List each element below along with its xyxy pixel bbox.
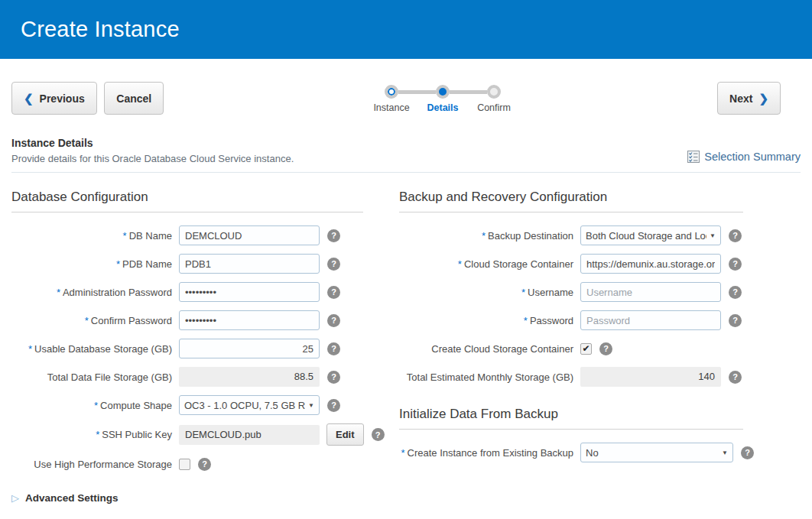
backup-configuration-section: Backup and Recovery Configuration *Backu…: [399, 183, 743, 474]
total-data-file-storage-label: Total Data File Storage (GB): [11, 371, 172, 383]
form-row-create-cloud-storage-container: Create Cloud Storage Container ✔ ?: [399, 339, 743, 358]
form-row-backup-destination: *Backup Destination Both Cloud Storage a…: [399, 225, 743, 245]
help-icon[interactable]: ?: [327, 371, 340, 384]
database-configuration-title: Database Configuration: [11, 190, 363, 212]
form-row-high-performance-storage: Use High Performance Storage ?: [11, 454, 363, 474]
wizard-step-instance[interactable]: Instance: [385, 85, 398, 99]
form-row-total-data-file-storage: Total Data File Storage (GB) 88.5 ?: [11, 367, 363, 387]
selection-summary-link[interactable]: Selection Summary: [687, 151, 801, 163]
high-performance-storage-checkbox[interactable]: [179, 459, 190, 470]
ssh-public-key-label: *SSH Public Key: [11, 429, 172, 440]
edit-ssh-key-button[interactable]: Edit: [326, 423, 364, 446]
help-icon[interactable]: ?: [729, 286, 742, 299]
create-cloud-storage-container-checkbox[interactable]: ✔: [580, 343, 592, 355]
step-label-confirm: Confirm: [477, 102, 511, 113]
page-title: Create Instance: [21, 17, 180, 42]
chevron-right-icon: ❯: [758, 92, 768, 105]
help-icon[interactable]: ?: [729, 258, 742, 271]
initialize-backup-title: Initialize Data From Backup: [399, 407, 743, 430]
advanced-settings-label: Advanced Settings: [25, 492, 119, 504]
form-row-create-from-existing-backup: *Create Instance from Existing Backup No…: [399, 443, 743, 462]
dropdown-arrow-icon: ▼: [722, 449, 728, 456]
step-connector: [398, 90, 436, 94]
help-icon[interactable]: ?: [729, 229, 742, 242]
help-icon[interactable]: ?: [327, 342, 340, 355]
section-subtitle: Provide details for this Oracle Database…: [11, 153, 294, 164]
next-button[interactable]: Next ❯: [717, 82, 781, 115]
help-icon[interactable]: ?: [729, 371, 742, 384]
cloud-storage-container-input[interactable]: [580, 254, 721, 274]
wizard-train: Instance Details Confirm: [385, 85, 501, 99]
step-circle-details-icon: [436, 85, 450, 99]
wizard-step-details[interactable]: Details: [436, 85, 450, 99]
selection-summary-icon: [687, 151, 700, 163]
form-row-total-estimated-monthly-storage: Total Estimated Monthly Storage (GB) 140…: [399, 367, 743, 387]
dropdown-arrow-icon: ▼: [710, 232, 716, 239]
previous-button[interactable]: ❮ Previous: [11, 82, 97, 115]
confirm-password-label: *Confirm Password: [11, 315, 172, 326]
total-data-file-storage-value: 88.5: [179, 367, 320, 387]
next-button-label: Next: [729, 92, 752, 105]
disclosure-triangle-icon: ▷: [11, 492, 19, 504]
form-row-db-name: *DB Name ?: [11, 225, 363, 245]
help-icon[interactable]: ?: [327, 258, 340, 271]
usable-storage-label: *Usable Database Storage (GB): [11, 343, 172, 355]
help-icon[interactable]: ?: [372, 428, 385, 441]
username-label: *Username: [399, 287, 573, 298]
help-icon[interactable]: ?: [327, 229, 340, 242]
help-icon[interactable]: ?: [741, 446, 754, 459]
create-from-existing-backup-select[interactable]: No ▼: [580, 443, 733, 462]
backup-configuration-title: Backup and Recovery Configuration: [399, 190, 743, 212]
selection-summary-label: Selection Summary: [704, 151, 801, 163]
step-circle-instance-icon: [385, 85, 398, 99]
create-cloud-storage-container-label: Create Cloud Storage Container: [399, 343, 573, 355]
compute-shape-label: *Compute Shape: [11, 400, 172, 411]
help-icon[interactable]: ?: [729, 314, 742, 327]
username-input[interactable]: [580, 282, 721, 302]
step-label-details: Details: [427, 102, 459, 113]
pdb-name-input[interactable]: [179, 254, 320, 274]
db-name-input[interactable]: [179, 225, 320, 245]
pdb-name-label: *PDB Name: [11, 258, 172, 270]
password-label: *Password: [399, 315, 573, 326]
cancel-button[interactable]: Cancel: [104, 82, 164, 115]
head-divider: [11, 172, 801, 173]
form-row-compute-shape: *Compute Shape OC3 - 1.0 OCPU, 7.5 GB RA…: [11, 395, 363, 415]
cloud-storage-container-label: *Cloud Storage Container: [399, 258, 573, 270]
form-row-pdb-name: *PDB Name ?: [11, 254, 363, 274]
database-configuration-section: Database Configuration *DB Name ? *PDB N…: [11, 183, 363, 474]
form-row-admin-password: *Administration Password ?: [11, 282, 363, 302]
usable-storage-input[interactable]: [179, 339, 320, 358]
backup-destination-label: *Backup Destination: [399, 230, 573, 242]
form-row-usable-storage: *Usable Database Storage (GB) ?: [11, 339, 363, 358]
total-estimated-monthly-storage-value: 140: [580, 367, 721, 387]
create-from-existing-backup-label: *Create Instance from Existing Backup: [399, 447, 573, 459]
compute-shape-select[interactable]: OC3 - 1.0 OCPU, 7.5 GB RAM ▼: [179, 395, 320, 415]
step-connector: [450, 90, 487, 94]
previous-button-label: Previous: [40, 92, 85, 105]
help-icon[interactable]: ?: [327, 399, 340, 412]
page-head: Instance Details Provide details for thi…: [0, 137, 812, 164]
help-icon[interactable]: ?: [327, 286, 340, 299]
wizard-toolbar: ❮ Previous Cancel Instance Details Confi…: [0, 82, 812, 137]
page-banner: Create Instance: [0, 0, 812, 59]
total-estimated-monthly-storage-label: Total Estimated Monthly Storage (GB): [399, 371, 573, 383]
backup-destination-select[interactable]: Both Cloud Storage and Loca ▼: [580, 225, 721, 245]
form-row-password: *Password ?: [399, 310, 743, 330]
form-row-ssh-public-key: *SSH Public Key DEMCLOUD.pub Edit ?: [11, 423, 363, 446]
help-icon[interactable]: ?: [198, 458, 211, 471]
confirm-password-input[interactable]: [179, 310, 320, 330]
wizard-step-confirm[interactable]: Confirm: [487, 85, 501, 99]
help-icon[interactable]: ?: [327, 314, 340, 327]
high-performance-storage-label: Use High Performance Storage: [11, 459, 172, 470]
password-input[interactable]: [580, 310, 721, 330]
step-circle-confirm-icon: [487, 85, 501, 99]
step-label-instance: Instance: [373, 102, 409, 113]
admin-password-label: *Administration Password: [11, 287, 172, 298]
form-row-confirm-password: *Confirm Password ?: [11, 310, 363, 330]
advanced-settings-toggle[interactable]: ▷ Advanced Settings: [11, 492, 119, 504]
help-icon[interactable]: ?: [599, 342, 612, 355]
chevron-left-icon: ❮: [24, 92, 34, 105]
form-row-cloud-storage-container: *Cloud Storage Container ?: [399, 254, 743, 274]
admin-password-input[interactable]: [179, 282, 320, 302]
